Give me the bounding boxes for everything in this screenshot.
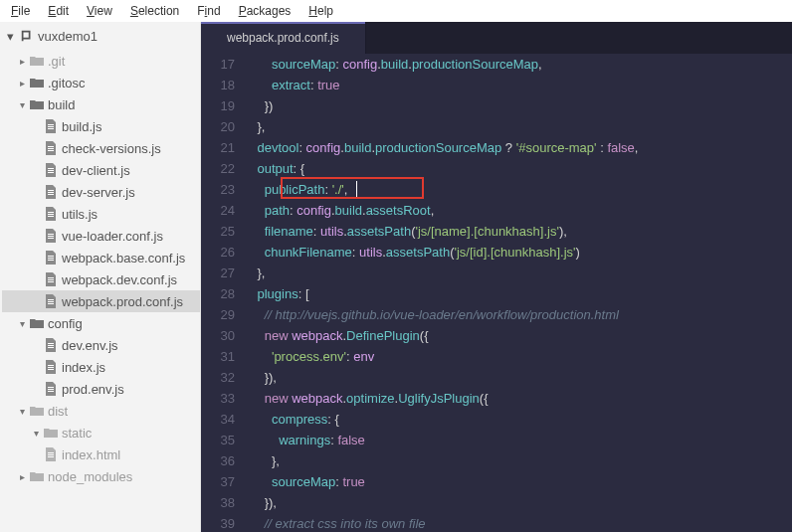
line-number: 37: [201, 471, 243, 492]
tree-folder-dist[interactable]: ▾ dist: [2, 400, 200, 422]
file-icon: [42, 141, 60, 155]
tree-file-checkversions[interactable]: check-versions.js: [2, 137, 200, 159]
line-number: 28: [201, 283, 243, 304]
project-sidebar: ▾ vuxdemo1 ▸ .git ▸ .gitosc ▾ build: [0, 22, 201, 532]
folder-icon: [28, 470, 46, 482]
menu-view[interactable]: View: [78, 4, 121, 18]
tree-file-utils[interactable]: utils.js: [2, 203, 200, 225]
chevron-right-icon: ▸: [16, 56, 28, 67]
menu-file[interactable]: File: [2, 4, 39, 18]
tree-file-webpackbase[interactable]: webpack.base.conf.js: [2, 247, 200, 268]
tree-file-index[interactable]: index.js: [2, 356, 200, 378]
line-number: 38: [201, 492, 243, 513]
line-number: 32: [201, 367, 243, 388]
text-cursor: [356, 181, 357, 197]
line-number: 22: [201, 158, 243, 179]
chevron-down-icon: ▾: [16, 406, 28, 417]
file-tree: ▸ .git ▸ .gitosc ▾ build build.js check-…: [0, 50, 200, 487]
folder-open-icon: [28, 317, 46, 329]
tree-file-webpackdev[interactable]: webpack.dev.conf.js: [2, 268, 200, 290]
line-number: 24: [201, 200, 243, 221]
chevron-down-icon: ▾: [30, 428, 42, 439]
file-icon: [42, 272, 60, 286]
chevron-down-icon: ▾: [4, 29, 16, 44]
file-icon: [42, 119, 60, 133]
tab-webpackprod[interactable]: webpack.prod.conf.js: [201, 22, 366, 54]
tree-folder-build[interactable]: ▾ build: [2, 93, 200, 115]
line-number: 23: [201, 179, 243, 200]
line-number: 18: [201, 75, 243, 95]
tree-file-webpackprod[interactable]: webpack.prod.conf.js: [2, 290, 200, 312]
editor-pane: webpack.prod.conf.js 17 sourceMap: confi…: [201, 22, 792, 532]
folder-open-icon: [28, 98, 46, 110]
line-number: 26: [201, 242, 243, 263]
folder-icon: [28, 77, 46, 89]
chevron-right-icon: ▸: [16, 78, 28, 89]
line-number: 21: [201, 137, 243, 158]
file-icon: [42, 229, 60, 243]
tree-file-indexhtml[interactable]: index.html: [2, 443, 200, 465]
file-icon: [42, 163, 60, 177]
line-number: 36: [201, 450, 243, 471]
folder-icon: [28, 55, 46, 67]
tree-folder-config[interactable]: ▾ config: [2, 312, 200, 334]
menu-help[interactable]: Help: [299, 4, 342, 18]
project-root[interactable]: ▾ vuxdemo1: [0, 22, 200, 50]
chevron-down-icon: ▾: [16, 99, 28, 110]
menu-packages[interactable]: Packages: [230, 4, 300, 18]
tree-folder-git[interactable]: ▸ .git: [2, 50, 200, 72]
tree-file-devclient[interactable]: dev-client.js: [2, 159, 200, 181]
line-number: 31: [201, 346, 243, 367]
line-number: 39: [201, 513, 243, 532]
project-name: vuxdemo1: [38, 29, 98, 44]
menu-bar: File Edit View Selection Find Packages H…: [0, 0, 792, 22]
folder-icon: [28, 405, 46, 417]
line-number: 27: [201, 263, 243, 283]
line-number: 25: [201, 221, 243, 242]
file-icon: [42, 338, 60, 352]
file-icon: [42, 185, 60, 199]
tree-file-devenv[interactable]: dev.env.js: [2, 334, 200, 356]
file-icon: [42, 360, 60, 374]
chevron-down-icon: ▾: [16, 318, 28, 329]
tree-folder-gitosc[interactable]: ▸ .gitosc: [2, 72, 200, 93]
repo-icon: [20, 29, 34, 43]
line-number: 19: [201, 95, 243, 116]
line-number: 17: [201, 54, 243, 75]
line-number: 29: [201, 304, 243, 325]
tab-title: webpack.prod.conf.js: [227, 31, 339, 45]
line-number: 20: [201, 116, 243, 137]
code-area[interactable]: 17 sourceMap: config.build.productionSou…: [201, 54, 792, 532]
tree-file-vueloader[interactable]: vue-loader.conf.js: [2, 225, 200, 247]
file-icon: [42, 447, 60, 461]
tree-file-devserver[interactable]: dev-server.js: [2, 181, 200, 203]
tab-bar: webpack.prod.conf.js: [201, 22, 792, 54]
tree-file-prodenv[interactable]: prod.env.js: [2, 378, 200, 400]
line-number: 34: [201, 409, 243, 430]
tree-folder-nodemodules[interactable]: ▸ node_modules: [2, 465, 200, 487]
tree-file-buildjs[interactable]: build.js: [2, 115, 200, 137]
tree-folder-static[interactable]: ▾ static: [2, 422, 200, 443]
file-icon: [42, 207, 60, 221]
file-icon: [42, 382, 60, 396]
chevron-right-icon: ▸: [16, 471, 28, 482]
folder-icon: [42, 427, 60, 439]
menu-edit[interactable]: Edit: [39, 4, 78, 18]
line-number: 33: [201, 388, 243, 409]
main-area: ▾ vuxdemo1 ▸ .git ▸ .gitosc ▾ build: [0, 22, 792, 532]
file-icon: [42, 251, 60, 265]
line-number: 35: [201, 430, 243, 450]
line-number: 30: [201, 325, 243, 346]
menu-selection[interactable]: Selection: [121, 4, 188, 18]
file-icon: [42, 294, 60, 308]
menu-find[interactable]: Find: [188, 4, 229, 18]
